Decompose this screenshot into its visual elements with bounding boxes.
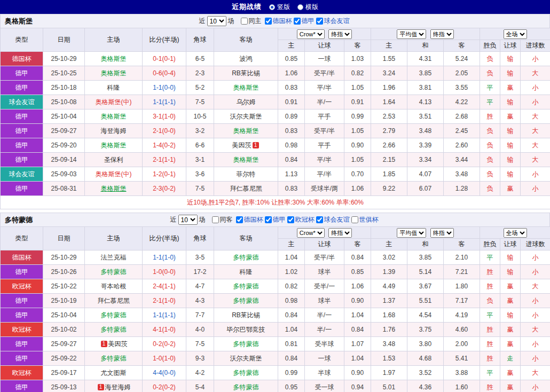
away-team[interactable]: 多特蒙德 — [233, 340, 259, 348]
home-team[interactable]: 奥格斯堡 — [101, 113, 127, 120]
odds-value: 1.05 — [344, 81, 371, 95]
competition-filter[interactable]: 德国杯 — [236, 215, 263, 224]
odds-value: 受平/半 — [305, 66, 344, 81]
competition-filter[interactable]: 欧冠杯 — [287, 215, 315, 224]
competition-checkbox[interactable] — [294, 18, 301, 25]
venue-checkbox[interactable] — [212, 216, 219, 223]
competition-checkbox[interactable] — [265, 216, 272, 223]
result-flag: 走 — [500, 351, 521, 366]
competition-checkbox[interactable] — [236, 216, 243, 223]
away-team[interactable]: 乌尔姆 — [237, 98, 256, 106]
match-row: 德甲25-10-26多特蒙德1-0(0-0)17-2科隆1.02球半0.851.… — [1, 265, 550, 279]
recent-results-table: 类型 日期 主场 比分(半场) 角球 客场 Crow* 终指 平均值 终指 全场 — [0, 226, 550, 392]
competition-badge: 德甲 — [1, 294, 43, 308]
competition-badge: 德甲 — [1, 265, 43, 279]
competition-checkbox[interactable] — [316, 216, 323, 223]
avg-stage-select[interactable]: 终指 — [430, 29, 454, 39]
odds-value: 球半 — [305, 294, 344, 308]
home-team[interactable]: 奥格斯堡(中) — [96, 98, 132, 106]
home-team[interactable]: 海登海姆 — [105, 383, 131, 391]
competition-filter[interactable]: 德甲 — [265, 215, 286, 224]
competition-checkbox[interactable] — [265, 18, 272, 25]
home-team[interactable]: 奥格斯堡(中) — [96, 170, 132, 178]
competition-filter[interactable]: 球会友谊 — [316, 215, 350, 224]
corner-count: 9-3 — [186, 351, 214, 366]
home-team-cell: 科隆 — [85, 81, 143, 95]
home-team[interactable]: 美因茨 — [108, 340, 128, 348]
col-score: 比分(半场) — [143, 227, 186, 250]
avg-source-select[interactable]: 平均值 — [397, 29, 426, 39]
radio-icon[interactable] — [297, 4, 303, 10]
home-team[interactable]: 多特蒙德 — [101, 326, 127, 333]
competition-filter[interactable]: 世俱杯 — [351, 215, 379, 224]
away-team[interactable]: 多特蒙德 — [233, 254, 259, 261]
home-team[interactable]: 圣保利 — [104, 156, 123, 163]
odds-value: 1.04 — [344, 351, 371, 366]
away-team[interactable]: 多特蒙德 — [233, 383, 259, 391]
result-flag: 平 — [480, 81, 500, 95]
odds-value: 5.41 — [444, 351, 480, 366]
away-team[interactable]: 美因茨 — [232, 142, 252, 149]
match-row: 德国杯25-10-29奥格斯堡0-1(0-1)6-5波鸿0.85一球1.031.… — [1, 52, 550, 66]
competition-filter[interactable]: 德国杯 — [265, 17, 292, 26]
competition-filter-label: 球会友谊 — [324, 17, 350, 26]
competition-checkbox[interactable] — [287, 216, 294, 223]
match-count-select[interactable]: 10 — [207, 16, 226, 26]
home-team[interactable]: 奥格斯堡 — [101, 69, 127, 77]
scope-select[interactable]: 全场 — [504, 29, 527, 39]
away-team[interactable]: 科隆 — [240, 268, 253, 276]
odds-source-select[interactable]: Crow* — [297, 29, 325, 39]
home-team[interactable]: 奥格斯堡 — [101, 142, 127, 149]
home-team[interactable]: 奥格斯堡 — [101, 185, 127, 192]
away-team[interactable]: 多特蒙德 — [233, 283, 259, 290]
match-row: 德甲25-09-27海登海姆2-1(0-0)3-2奥格斯堡0.83受平/半1.0… — [1, 124, 550, 138]
away-team[interactable]: RB莱比锡 — [232, 69, 260, 77]
avg-source-select[interactable]: 平均值 — [397, 228, 426, 238]
avg-stage-select[interactable]: 终指 — [430, 228, 454, 238]
away-team[interactable]: 菲尔特 — [237, 170, 256, 178]
venue-filter[interactable]: 同客 — [212, 215, 233, 224]
odds-source-select[interactable]: Crow* — [297, 228, 325, 238]
home-team[interactable]: 多特蒙德 — [101, 311, 127, 319]
away-team[interactable]: RB莱比锡 — [232, 311, 260, 319]
away-team[interactable]: 波鸿 — [240, 55, 253, 62]
match-row: 德甲25-10-04奥格斯堡3-1(1-0)10-5沃尔夫斯堡0.89平手0.9… — [1, 109, 550, 124]
away-team[interactable]: 奥格斯堡 — [233, 156, 259, 163]
section-team-name: 多特蒙德 — [1, 215, 37, 225]
team-section-away: 多特蒙德 近 10 场 同客 德国杯德甲欧冠杯球会友谊世俱杯 类型 日期 主场 … — [0, 213, 550, 392]
competition-filter[interactable]: 球会友谊 — [316, 17, 350, 26]
home-team-cell: 多特蒙德 — [85, 265, 143, 279]
away-team[interactable]: 沃尔夫斯堡 — [230, 113, 262, 120]
home-team[interactable]: 科隆 — [107, 84, 120, 91]
home-team[interactable]: 海登海姆 — [101, 127, 127, 135]
competition-checkbox[interactable] — [351, 216, 358, 223]
away-team[interactable]: 拜仁慕尼黑 — [230, 185, 262, 192]
home-team[interactable]: 尤文图斯 — [101, 369, 127, 377]
away-team[interactable]: 奥格斯堡 — [233, 84, 259, 91]
radio-icon[interactable] — [269, 4, 275, 10]
home-team[interactable]: 奥格斯堡 — [101, 55, 127, 62]
venue-checkbox[interactable] — [241, 18, 248, 25]
venue-filter[interactable]: 同主 — [241, 17, 262, 26]
home-team[interactable]: 多特蒙德 — [101, 355, 127, 362]
away-team[interactable]: 多特蒙德 — [233, 297, 259, 304]
match-date: 25-09-17 — [43, 366, 85, 380]
odds-value: 2.10 — [444, 250, 480, 265]
home-team[interactable]: 法兰克福 — [101, 254, 127, 261]
scope-select[interactable]: 全场 — [504, 228, 527, 238]
layout-option-horizontal[interactable]: 横版 — [297, 3, 318, 12]
home-team[interactable]: 多特蒙德 — [101, 268, 127, 276]
home-team[interactable]: 哥本哈根 — [101, 283, 127, 290]
match-count-select[interactable]: 10 — [178, 215, 198, 225]
away-team[interactable]: 毕尔巴鄂竞技 — [227, 326, 265, 333]
odds-stage-select[interactable]: 终指 — [328, 228, 352, 238]
competition-checkbox[interactable] — [316, 18, 323, 25]
home-team[interactable]: 拜仁慕尼黑 — [98, 297, 130, 304]
col-odds-handicap: 让球 — [305, 239, 344, 250]
competition-filter[interactable]: 德甲 — [294, 17, 315, 26]
away-team[interactable]: 多特蒙德 — [233, 369, 259, 377]
away-team[interactable]: 沃尔夫斯堡 — [230, 355, 262, 362]
layout-option-vertical[interactable]: 竖版 — [269, 3, 290, 12]
away-team[interactable]: 奥格斯堡 — [233, 127, 259, 135]
odds-stage-select[interactable]: 终指 — [328, 29, 352, 39]
